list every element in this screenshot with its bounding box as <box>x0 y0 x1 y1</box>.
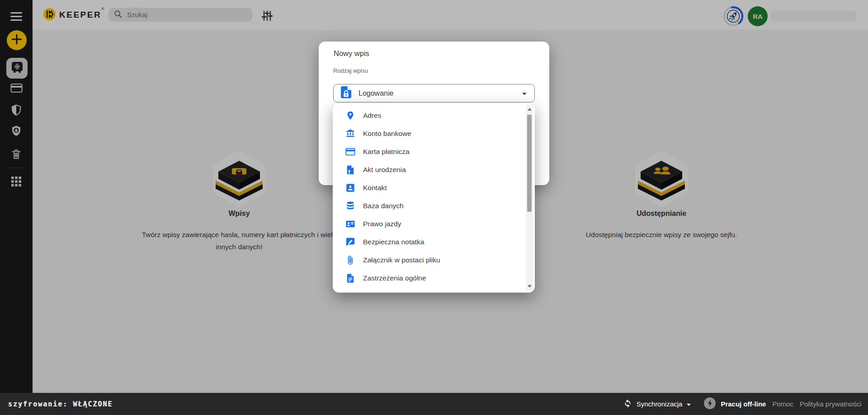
login-record-icon <box>341 86 351 100</box>
option-karta-platnicza[interactable]: Karta płatnicza <box>333 143 535 161</box>
record-type-select[interactable]: Logowanie <box>333 84 535 103</box>
record-type-label: Rodzaj wpisu <box>333 67 368 74</box>
secure-note-icon <box>345 237 355 247</box>
help-link[interactable]: Pomoc <box>772 400 793 408</box>
option-kontakt[interactable]: Kontakt <box>333 179 535 197</box>
sync-icon <box>623 398 632 410</box>
record-type-dropdown: Adres Konto bankowe Karta płatnicza Akt … <box>333 103 535 293</box>
option-konto-bankowe[interactable]: Konto bankowe <box>333 125 535 143</box>
document-icon <box>345 273 355 283</box>
sync-label: Synchronizacja <box>637 400 683 408</box>
option-akt-urodzenia[interactable]: Akt urodzenia <box>333 161 535 179</box>
work-offline-label: Pracuj off-line <box>721 400 766 408</box>
privacy-policy-link[interactable]: Polityka prywatności <box>800 400 861 408</box>
record-type-value: Logowanie <box>359 89 514 98</box>
sync-chevron-down-icon <box>686 400 691 408</box>
work-offline-button[interactable]: Pracuj off-line <box>704 397 766 411</box>
offline-bolt-icon <box>704 397 716 411</box>
contact-icon <box>345 183 355 193</box>
chevron-down-icon <box>522 89 527 98</box>
option-zastrzezenia-ogolne[interactable]: Zastrzeżenia ogólne <box>333 269 535 287</box>
attachment-icon <box>345 255 355 265</box>
keeper-vault-screen: KEEPER® <box>0 0 868 415</box>
option-zalacznik[interactable]: Załącznik w postaci pliku <box>333 251 535 269</box>
status-bar-actions: Synchronizacja Pracuj off-line Pomoc Pol… <box>623 397 861 411</box>
scrollbar-thumb[interactable] <box>527 115 532 212</box>
dropdown-scrollbar[interactable] <box>526 105 533 291</box>
drivers-license-icon <box>345 219 355 229</box>
database-icon <box>345 201 355 211</box>
scroll-up-arrow[interactable] <box>526 106 533 113</box>
option-adres[interactable]: Adres <box>333 107 535 125</box>
bank-icon <box>345 129 355 139</box>
status-bar: szyfrowanie: WŁĄCZONE Synchronizacja Pra… <box>0 393 868 415</box>
scroll-down-arrow[interactable] <box>526 283 533 290</box>
encryption-status: szyfrowanie: WŁĄCZONE <box>8 400 113 408</box>
credit-card-icon <box>345 147 355 157</box>
option-bezpieczna-notatka[interactable]: Bezpieczna notatka <box>333 233 535 251</box>
option-baza-danych[interactable]: Baza danych <box>333 197 535 215</box>
dialog-title: Nowy wpis <box>334 49 369 58</box>
birth-certificate-icon <box>345 165 355 175</box>
option-prawo-jazdy[interactable]: Prawo jazdy <box>333 215 535 233</box>
sync-button[interactable]: Synchronizacja <box>623 398 692 410</box>
record-type-options: Adres Konto bankowe Karta płatnicza Akt … <box>333 103 535 291</box>
place-icon <box>345 111 355 121</box>
